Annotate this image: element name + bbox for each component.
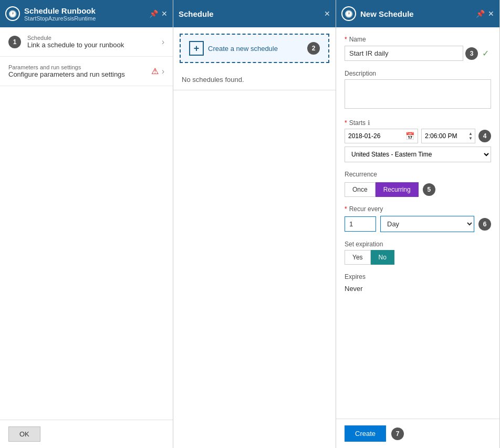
check-icon: ✓ bbox=[480, 45, 491, 61]
expiration-toggle-group: Yes No bbox=[345, 250, 491, 265]
nav-params-text: Parameters and run settings Configure pa… bbox=[8, 64, 151, 78]
starts-field-group: * Starts ℹ 📅 ▲ ▼ 4 bbox=[345, 119, 491, 162]
ok-button[interactable]: OK bbox=[8, 426, 40, 442]
date-input[interactable] bbox=[345, 129, 402, 143]
set-expiration-label: Set expiration bbox=[345, 241, 491, 248]
panel1-body: 1 Schedule Link a schedule to your runbo… bbox=[0, 27, 173, 420]
expires-label: Expires bbox=[345, 273, 491, 280]
panel2-title: Schedule bbox=[179, 9, 320, 18]
nav-schedule-text: Schedule Link a schedule to your runbook bbox=[27, 35, 162, 49]
chevron-right-icon: › bbox=[162, 37, 164, 47]
description-label: Description bbox=[345, 70, 491, 77]
description-input[interactable] bbox=[345, 79, 491, 109]
set-expiration-label-text: Set expiration bbox=[345, 241, 383, 248]
recurrence-label-text: Recurrence bbox=[345, 171, 377, 178]
panel3-title-group: New Schedule bbox=[360, 9, 472, 18]
recur-every-label: * Recur every bbox=[345, 205, 491, 213]
nav-schedule-label: Schedule bbox=[27, 35, 162, 41]
recur-every-label-text: Recur every bbox=[349, 205, 383, 213]
panel1-title-group: Schedule Runbook StartStopAzureSsisRunti… bbox=[24, 6, 145, 22]
time-up-icon[interactable]: ▲ bbox=[468, 132, 473, 136]
name-row: 3 ✓ bbox=[345, 45, 491, 61]
nav-item-params[interactable]: Parameters and run settings Configure pa… bbox=[0, 57, 173, 86]
recur-number-input[interactable] bbox=[345, 216, 376, 232]
step-1-badge: 1 bbox=[8, 36, 21, 48]
step-3-badge: 3 bbox=[465, 47, 478, 60]
recur-every-field-group: * Recur every Day Week Month 6 bbox=[345, 205, 491, 232]
nav-item-schedule[interactable]: 1 Schedule Link a schedule to your runbo… bbox=[0, 27, 173, 57]
close-icon-panel2[interactable]: ✕ bbox=[324, 9, 330, 18]
new-schedule-body: * Name 3 ✓ Description * Starts ℹ bbox=[336, 27, 499, 419]
nav-schedule-title: Link a schedule to your runbook bbox=[27, 41, 162, 49]
date-input-wrap: 📅 bbox=[345, 129, 418, 143]
nav-params-title: Configure parameters and run settings bbox=[8, 70, 151, 78]
expires-value: Never bbox=[345, 285, 491, 293]
chevron-right-icon-2: › bbox=[162, 67, 164, 76]
clock-icon: 🕐 bbox=[5, 6, 20, 21]
clock-icon-panel3: 🕐 bbox=[341, 6, 356, 21]
time-input-wrap: ▲ ▼ bbox=[421, 129, 475, 143]
expiration-no-button[interactable]: No bbox=[371, 250, 394, 265]
recurring-button[interactable]: Recurring bbox=[376, 182, 419, 197]
step-4-badge: 4 bbox=[478, 130, 491, 142]
close-icon-panel3[interactable]: ✕ bbox=[488, 9, 494, 18]
calendar-icon[interactable]: 📅 bbox=[402, 129, 418, 143]
timezone-select[interactable]: United States - Eastern Time United Stat… bbox=[345, 147, 491, 162]
recurrence-field-group: Recurrence Once Recurring 5 bbox=[345, 171, 491, 197]
time-input[interactable] bbox=[422, 129, 466, 143]
schedule-runbook-panel: 🕐 Schedule Runbook StartStopAzureSsisRun… bbox=[0, 0, 173, 448]
pin-icon[interactable]: 📌 bbox=[149, 9, 158, 18]
panel1-title: Schedule Runbook bbox=[24, 6, 145, 15]
starts-label-text: Starts bbox=[349, 119, 366, 127]
panel1-subtitle: StartStopAzureSsisRuntime bbox=[24, 15, 145, 22]
panel1-header-actions: 📌 ✕ bbox=[149, 9, 168, 18]
description-field-group: Description bbox=[345, 70, 491, 111]
step-6-badge: 6 bbox=[478, 218, 491, 231]
info-icon: ℹ bbox=[368, 119, 370, 127]
recurrence-toggle-group: Once Recurring bbox=[345, 182, 419, 197]
panel1-footer: OK bbox=[0, 420, 173, 448]
expiration-yes-button[interactable]: Yes bbox=[345, 250, 371, 265]
pin-icon-panel3[interactable]: 📌 bbox=[476, 9, 485, 18]
required-star: * bbox=[345, 36, 347, 43]
step-7-badge: 7 bbox=[391, 428, 404, 440]
panel3-header-actions: 📌 ✕ bbox=[476, 9, 494, 18]
recurrence-label: Recurrence bbox=[345, 171, 491, 178]
no-schedules-text: No schedules found. bbox=[173, 69, 336, 90]
new-schedule-panel: 🕐 New Schedule 📌 ✕ * Name 3 ✓ bbox=[336, 0, 500, 448]
recur-row: Day Week Month 6 bbox=[345, 216, 491, 232]
name-field-group: * Name 3 ✓ bbox=[345, 36, 491, 61]
expires-label-text: Expires bbox=[345, 273, 366, 280]
starts-label: * Starts ℹ bbox=[345, 119, 491, 127]
time-down-icon[interactable]: ▼ bbox=[468, 137, 473, 141]
panel2-title-group: Schedule bbox=[179, 9, 320, 18]
new-schedule-footer: Create 7 bbox=[336, 419, 499, 448]
step-5-badge: 5 bbox=[423, 183, 435, 196]
panel2-header: Schedule ✕ bbox=[173, 0, 336, 27]
panel2-body: + Create a new schedule 2 No schedules f… bbox=[173, 27, 336, 448]
required-star-starts: * bbox=[345, 119, 347, 127]
set-expiration-field-group: Set expiration Yes No bbox=[345, 241, 491, 265]
date-time-row: 📅 ▲ ▼ 4 bbox=[345, 129, 491, 143]
required-star-recur: * bbox=[345, 205, 347, 213]
plus-icon: + bbox=[189, 41, 204, 56]
time-arrows: ▲ ▼ bbox=[466, 131, 475, 142]
close-icon[interactable]: ✕ bbox=[161, 9, 168, 18]
create-new-schedule-button[interactable]: + Create a new schedule 2 bbox=[180, 34, 329, 63]
panel3-header: 🕐 New Schedule 📌 ✕ bbox=[336, 0, 499, 27]
expires-field-group: Expires Never bbox=[345, 273, 491, 293]
name-input-wrap bbox=[345, 46, 463, 61]
create-button[interactable]: Create bbox=[345, 425, 386, 442]
once-button[interactable]: Once bbox=[345, 182, 376, 197]
panel2-header-actions: ✕ bbox=[324, 9, 330, 18]
name-label-text: Name bbox=[349, 36, 366, 43]
name-input[interactable] bbox=[345, 46, 463, 61]
recur-unit-select[interactable]: Day Week Month bbox=[380, 216, 474, 232]
nav-params-label: Parameters and run settings bbox=[8, 64, 151, 70]
name-label: * Name bbox=[345, 36, 491, 43]
create-schedule-label: Create a new schedule bbox=[208, 45, 278, 53]
schedule-panel: Schedule ✕ + Create a new schedule 2 No … bbox=[173, 0, 336, 448]
step-2-badge: 2 bbox=[307, 42, 320, 55]
panel1-header: 🕐 Schedule Runbook StartStopAzureSsisRun… bbox=[0, 0, 173, 27]
panel3-title: New Schedule bbox=[360, 9, 472, 18]
